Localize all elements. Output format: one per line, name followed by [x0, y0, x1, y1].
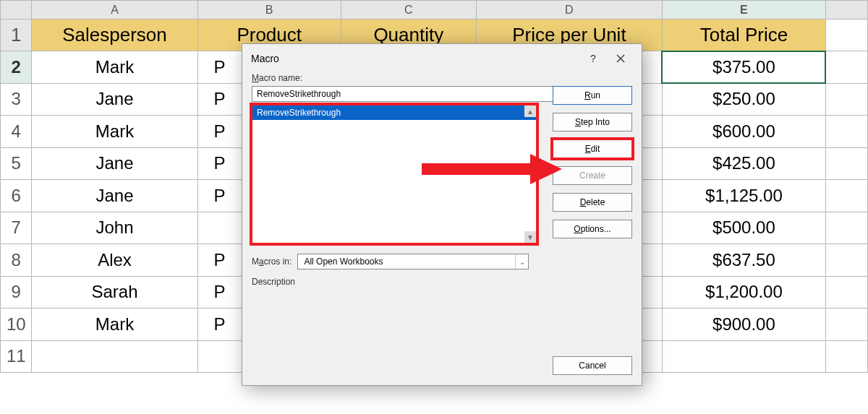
cell-e4[interactable]: $600.00 — [662, 116, 825, 148]
cell-f2[interactable] — [825, 51, 867, 84]
row-header-2[interactable]: 2 — [1, 51, 32, 84]
macro-name-label: Macro name: — [252, 73, 632, 83]
cell-f9[interactable] — [825, 276, 867, 309]
cell-f10[interactable] — [825, 309, 867, 341]
column-headers-row: A B C D E — [1, 1, 868, 20]
cell-a6[interactable]: Jane — [32, 180, 197, 212]
macro-list-item-selected[interactable]: RemoveStrikethrough — [252, 105, 536, 120]
edit-button[interactable]: Edit — [553, 139, 632, 158]
cell-a7[interactable]: John — [32, 212, 197, 244]
help-button[interactable]: ? — [579, 48, 607, 69]
macro-list[interactable]: RemoveStrikethrough ▲ ▼ — [252, 105, 537, 243]
row-header-9[interactable]: 9 — [1, 276, 32, 309]
row-header-4[interactable]: 4 — [1, 116, 32, 148]
delete-button[interactable]: Delete — [553, 193, 632, 212]
cell-f7[interactable] — [825, 212, 867, 244]
col-header-d[interactable]: D — [476, 1, 662, 20]
cell-e1[interactable]: Total Price — [662, 20, 825, 51]
cell-a4[interactable]: Mark — [32, 116, 197, 148]
cell-e11[interactable] — [662, 340, 825, 373]
cell-a5[interactable]: Jane — [32, 147, 197, 180]
cell-f4[interactable] — [825, 116, 867, 148]
col-header-e[interactable]: E — [662, 1, 825, 20]
cell-f11[interactable] — [825, 340, 867, 373]
close-button[interactable] — [607, 48, 634, 69]
cell-e7[interactable]: $500.00 — [662, 212, 825, 244]
scroll-down-icon[interactable]: ▼ — [524, 231, 536, 243]
cell-a2[interactable]: Mark — [32, 51, 197, 84]
run-button[interactable]: Run — [553, 86, 632, 105]
dialog-title: Macro — [251, 53, 579, 64]
cell-e9[interactable]: $1,200.00 — [662, 276, 825, 309]
row-header-5[interactable]: 5 — [1, 147, 32, 180]
chevron-down-icon: ⌄ — [515, 254, 528, 269]
cell-f1[interactable] — [825, 20, 867, 51]
cell-e3[interactable]: $250.00 — [662, 83, 825, 116]
options-button[interactable]: Options... — [553, 220, 632, 238]
cell-e5[interactable]: $425.00 — [662, 147, 825, 180]
row-header-7[interactable]: 7 — [1, 212, 32, 244]
cell-f8[interactable] — [825, 244, 867, 277]
macros-in-label: Macros in: — [252, 256, 292, 267]
col-header-b[interactable]: B — [197, 1, 341, 20]
row-header-3[interactable]: 3 — [1, 83, 32, 116]
cell-e8[interactable]: $637.50 — [662, 244, 825, 277]
macro-dialog: Macro ? Macro name: RemoveStrikethrough … — [242, 43, 642, 386]
scroll-up-icon[interactable]: ▲ — [524, 105, 536, 117]
cell-f5[interactable] — [825, 147, 867, 180]
row-header-1[interactable]: 1 — [1, 20, 32, 51]
description-label: Description — [252, 277, 632, 287]
cell-a1[interactable]: Salesperson — [32, 20, 197, 51]
cell-f6[interactable] — [825, 180, 867, 212]
cell-a11[interactable] — [32, 340, 197, 373]
row-header-11[interactable]: 11 — [1, 340, 32, 373]
macros-in-value: All Open Workbooks — [298, 254, 515, 269]
corner-cell[interactable] — [1, 1, 32, 20]
macros-in-dropdown[interactable]: All Open Workbooks ⌄ — [297, 254, 529, 269]
cell-a3[interactable]: Jane — [32, 83, 197, 116]
cell-e6[interactable]: $1,125.00 — [662, 180, 825, 212]
step-into-button[interactable]: Step Into — [553, 113, 632, 131]
cell-a8[interactable]: Alex — [32, 244, 197, 277]
col-header-c[interactable]: C — [341, 1, 476, 20]
cancel-button[interactable]: Cancel — [553, 356, 632, 375]
create-button: Create — [553, 166, 632, 185]
cell-a10[interactable]: Mark — [32, 309, 197, 341]
col-header-next[interactable] — [825, 1, 867, 20]
cell-a9[interactable]: Sarah — [32, 276, 197, 309]
row-header-10[interactable]: 10 — [1, 309, 32, 341]
col-header-a[interactable]: A — [32, 1, 197, 20]
close-icon — [616, 54, 625, 63]
row-header-6[interactable]: 6 — [1, 180, 32, 212]
row-header-8[interactable]: 8 — [1, 244, 32, 277]
cell-e10[interactable]: $900.00 — [662, 309, 825, 341]
cell-f3[interactable] — [825, 83, 867, 116]
cell-e2[interactable]: $375.00 — [662, 51, 825, 84]
